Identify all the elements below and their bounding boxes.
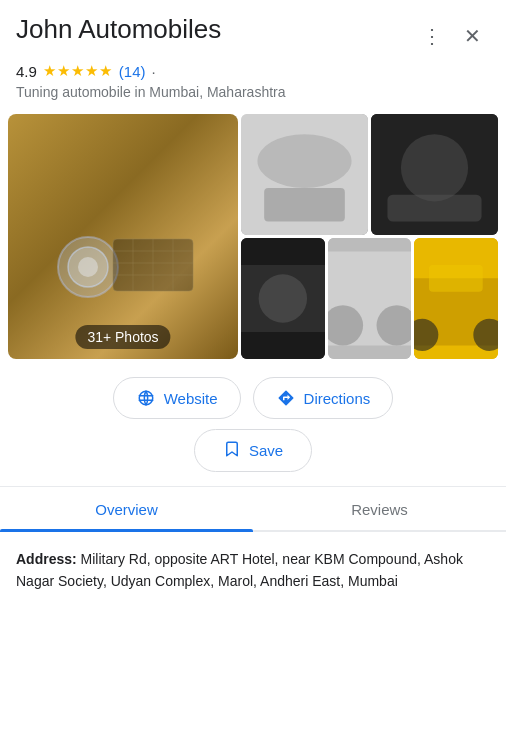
separator-dot: ·: [152, 63, 156, 80]
thumb-image-2: [371, 114, 498, 235]
svg-point-11: [257, 134, 351, 188]
review-count[interactable]: (14): [119, 63, 146, 80]
address-value: Military Rd, opposite ART Hotel, near KB…: [16, 551, 463, 589]
website-label: Website: [164, 390, 218, 407]
photo-thumb-2[interactable]: [371, 114, 498, 235]
action-buttons: Website Directions: [0, 359, 506, 429]
address-text: Address: Military Rd, opposite ART Hotel…: [16, 548, 490, 593]
website-button[interactable]: Website: [113, 377, 241, 419]
bookmark-icon: [223, 440, 241, 461]
more-options-button[interactable]: ⋮: [414, 18, 450, 54]
header-actions: ⋮ ✕: [414, 18, 490, 54]
svg-rect-15: [387, 195, 481, 222]
rating-row: 4.9 ★★★★★ (14) ·: [0, 62, 506, 84]
save-button[interactable]: Save: [194, 429, 312, 472]
svg-rect-27: [429, 265, 483, 292]
svg-point-2: [78, 257, 98, 277]
photo-count-badge[interactable]: 31+ Photos: [75, 325, 170, 349]
svg-rect-12: [264, 188, 345, 222]
directions-button[interactable]: Directions: [253, 377, 394, 419]
photo-thumbnails: [241, 114, 498, 359]
save-row: Save: [0, 429, 506, 486]
globe-icon: [136, 388, 156, 408]
tab-overview[interactable]: Overview: [0, 487, 253, 530]
close-button[interactable]: ✕: [454, 18, 490, 54]
photo-thumb-5[interactable]: [414, 238, 498, 359]
address-label: Address:: [16, 551, 77, 567]
photo-main[interactable]: 31+ Photos: [8, 114, 238, 359]
photo-thumb-1[interactable]: [241, 114, 368, 235]
photo-main-image: [8, 114, 238, 359]
car-silhouette-icon: [33, 167, 213, 307]
header: John Automobiles ⋮ ✕: [0, 0, 506, 62]
thumb-image-5: [414, 238, 498, 359]
tab-bar: Overview Reviews: [0, 487, 506, 532]
page-title: John Automobiles: [16, 14, 414, 45]
svg-point-14: [401, 134, 468, 201]
address-section: Address: Military Rd, opposite ART Hotel…: [0, 532, 506, 601]
svg-point-28: [139, 391, 153, 405]
star-rating: ★★★★★: [43, 62, 113, 80]
photo-thumb-4[interactable]: [328, 238, 412, 359]
svg-point-18: [259, 274, 307, 322]
tab-reviews[interactable]: Reviews: [253, 487, 506, 530]
photo-gallery[interactable]: 31+ Photos: [0, 114, 506, 359]
business-subtitle: Tuning automobile in Mumbai, Maharashtra: [0, 84, 506, 114]
thumb-image-1: [241, 114, 368, 235]
photo-thumb-3[interactable]: [241, 238, 325, 359]
save-label: Save: [249, 442, 283, 459]
thumb-image-4: [328, 238, 412, 359]
directions-icon: [276, 388, 296, 408]
rating-score: 4.9: [16, 63, 37, 80]
directions-label: Directions: [304, 390, 371, 407]
thumb-image-3: [241, 238, 325, 359]
photo-row-bottom: [241, 238, 498, 359]
photo-row-top: [241, 114, 498, 235]
